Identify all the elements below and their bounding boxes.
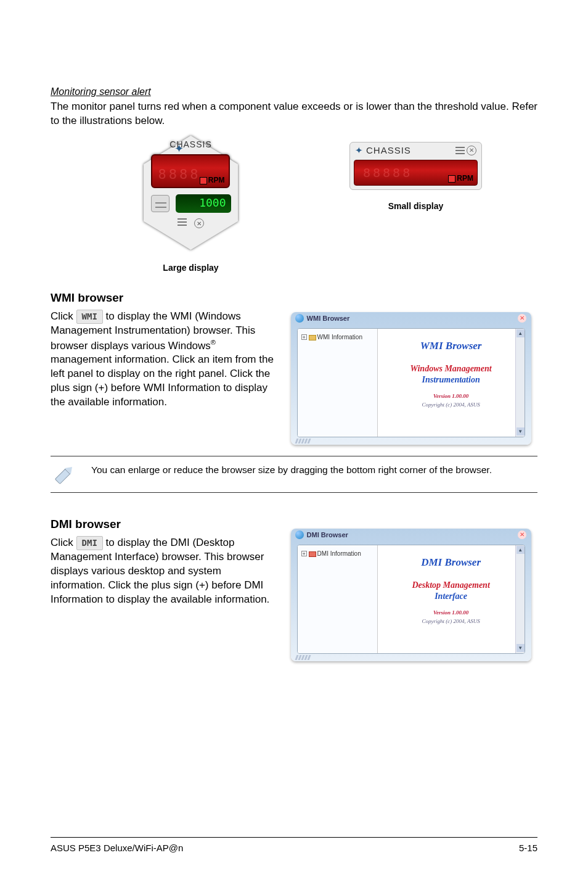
- chassis-label: CHASSIS: [139, 139, 243, 149]
- dmi-heading: DMI browser: [51, 518, 279, 531]
- wmi-content: WMI Browser Windows Management Instrumen…: [378, 329, 525, 437]
- scroll-up-icon: ▲: [517, 329, 525, 337]
- gauge-icon: [151, 195, 169, 212]
- tree-expand-icon: +: [301, 334, 307, 340]
- wmi-heading: WMI browser: [51, 291, 537, 305]
- chassis-label-small: CHASSIS: [366, 145, 411, 155]
- close-icon: ✕: [518, 314, 526, 323]
- globe-icon: [295, 314, 304, 323]
- section-heading-monitoring: Monitoring sensor alert: [51, 86, 537, 97]
- scroll-down-icon: ▼: [517, 644, 525, 652]
- rpm-label: RPM: [457, 174, 473, 183]
- rpm-label: RPM: [208, 176, 225, 184]
- globe-icon: [295, 530, 304, 539]
- large-caption: Large display: [88, 263, 294, 273]
- scrollbar: ▲ ▼: [515, 545, 525, 653]
- dmi-paragraph: Click DMI to display the DMI (Desktop Ma…: [51, 536, 279, 607]
- small-chassis-panel: ✦ CHASSIS ✕ 88888 RPM: [349, 142, 482, 190]
- close-icon: ✕: [194, 218, 204, 228]
- alert-display: 8888 RPM: [151, 154, 230, 188]
- alert-display-small: 88888 RPM: [354, 160, 478, 186]
- list-icon: [455, 147, 465, 154]
- dmi-browser-window: DMI Browser ✕ +DMI Information DMI Brows…: [291, 529, 531, 661]
- page-footer: ASUS P5E3 Deluxe/WiFi-AP@n 5-15: [51, 837, 537, 853]
- note-box: You can enlarge or reduce the browser si…: [51, 456, 537, 493]
- wmi-button-chip: WMI: [76, 310, 103, 324]
- folder-icon: [309, 551, 316, 557]
- wmi-paragraph: Click WMI to display the WMI (Windows Ma…: [51, 310, 279, 410]
- small-caption: Small display: [294, 201, 537, 211]
- footer-product: ASUS P5E3 Deluxe/WiFi-AP@n: [51, 843, 183, 853]
- wmi-browser-window: WMI Browser ✕ +WMI Information WMI Brows…: [291, 312, 531, 445]
- monitoring-para: The monitor panel turns red when a compo…: [51, 100, 537, 128]
- footer-page: 5-15: [519, 843, 537, 853]
- close-icon: ✕: [518, 530, 526, 539]
- dmi-button-chip: DMI: [76, 536, 103, 550]
- scroll-up-icon: ▲: [517, 546, 525, 554]
- wmi-tree: +WMI Information: [298, 329, 378, 437]
- fan-icon: ✦: [355, 145, 364, 156]
- close-icon: ✕: [467, 146, 476, 155]
- note-text: You can enlarge or reduce the browser si…: [91, 464, 537, 477]
- folder-icon: [309, 335, 316, 340]
- list-icon: [178, 218, 187, 226]
- dmi-content: DMI Browser Desktop Management Interface…: [378, 545, 525, 653]
- pencil-icon: [50, 460, 80, 489]
- scroll-down-icon: ▼: [517, 427, 525, 435]
- large-chassis-panel: ✦ CHASSIS 8888 RPM 1000 ✕: [139, 136, 243, 259]
- window-title: WMI Browser: [307, 315, 350, 322]
- green-reading: 1000: [176, 194, 231, 211]
- secondary-display: 1000: [176, 194, 231, 213]
- dmi-tree: +DMI Information: [298, 545, 378, 653]
- window-title: DMI Browser: [307, 531, 348, 538]
- scrollbar: ▲ ▼: [515, 329, 525, 437]
- tree-expand-icon: +: [301, 551, 307, 556]
